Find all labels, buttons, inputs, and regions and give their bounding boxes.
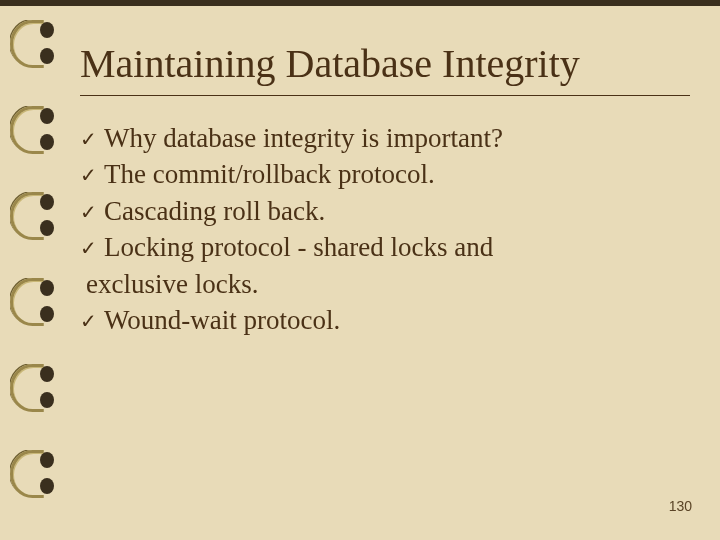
page-number: 130: [669, 498, 692, 514]
checkmark-icon: ✓: [80, 308, 104, 335]
checkmark-icon: ✓: [80, 235, 104, 262]
checkmark-icon: ✓: [80, 162, 104, 189]
checkmark-icon: ✓: [80, 199, 104, 226]
slide-title: Maintaining Database Integrity: [80, 40, 690, 87]
list-item: ✓The commit/rollback protocol.: [80, 156, 690, 192]
list-item: ✓Why database integrity is important?: [80, 120, 690, 156]
slide-content: Maintaining Database Integrity ✓Why data…: [80, 40, 690, 339]
bullet-list: ✓Why database integrity is important? ✓T…: [80, 120, 690, 339]
bullet-text: Cascading roll back.: [104, 196, 325, 226]
bullet-text: The commit/rollback protocol.: [104, 159, 435, 189]
bullet-text: Why database integrity is important?: [104, 123, 503, 153]
bullet-text-cont: exclusive locks.: [86, 269, 258, 299]
title-underline: [80, 95, 690, 96]
list-item: ✓Locking protocol - shared locks and: [80, 229, 690, 265]
list-item-continuation: exclusive locks.: [80, 266, 690, 302]
list-item: ✓Cascading roll back.: [80, 193, 690, 229]
bullet-text: Locking protocol - shared locks and: [104, 232, 493, 262]
slide: Maintaining Database Integrity ✓Why data…: [0, 0, 720, 540]
list-item: ✓Wound-wait protocol.: [80, 302, 690, 338]
checkmark-icon: ✓: [80, 126, 104, 153]
bullet-text: Wound-wait protocol.: [104, 305, 340, 335]
spiral-binding: [10, 20, 60, 520]
